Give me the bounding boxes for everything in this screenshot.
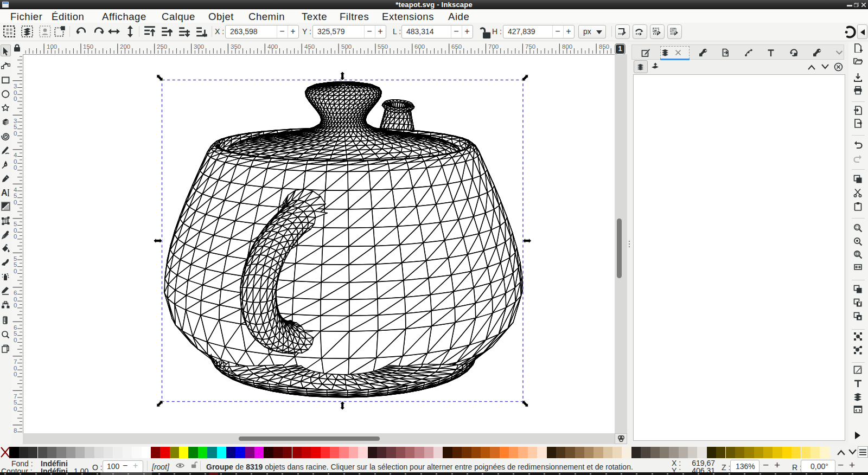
svg-text:5: 5 [14, 330, 17, 337]
svg-text:650: 650 [451, 43, 462, 50]
svg-text:5: 5 [14, 399, 17, 406]
svg-text:0: 0 [14, 164, 17, 171]
svg-text:550: 550 [378, 43, 388, 50]
svg-text:3: 3 [14, 83, 17, 89]
svg-text:0: 0 [14, 337, 17, 343]
svg-text:350: 350 [231, 43, 241, 50]
svg-text:450: 450 [304, 43, 315, 50]
svg-text:5: 5 [14, 124, 17, 130]
svg-text:850: 850 [599, 43, 609, 50]
svg-text:800: 800 [562, 43, 572, 50]
svg-text:5: 5 [14, 261, 17, 268]
svg-text:0: 0 [14, 268, 17, 274]
svg-text:0: 0 [14, 199, 17, 206]
svg-text:6: 6 [14, 290, 17, 296]
svg-text:600: 600 [414, 43, 425, 50]
svg-text:500: 500 [341, 43, 352, 50]
svg-text:4: 4 [14, 152, 17, 158]
svg-text:0: 0 [14, 95, 17, 102]
svg-text:700: 700 [488, 43, 499, 50]
svg-text:5: 5 [14, 192, 17, 199]
svg-text:400: 400 [267, 43, 278, 50]
svg-text:250: 250 [157, 43, 167, 50]
svg-text:0: 0 [14, 371, 17, 377]
svg-text:7: 7 [14, 358, 17, 365]
svg-text:100: 100 [47, 43, 57, 50]
svg-text:A: A [1, 188, 8, 197]
svg-text:150: 150 [83, 43, 93, 50]
svg-text:0: 0 [14, 302, 17, 309]
svg-text:0: 0 [14, 233, 17, 240]
svg-text:8: 8 [14, 427, 17, 433]
svg-text:750: 750 [525, 43, 535, 50]
svg-text:5: 5 [14, 221, 17, 227]
svg-text:0: 0 [14, 406, 17, 412]
svg-text:0: 0 [14, 130, 17, 137]
svg-text:200: 200 [120, 43, 130, 50]
svg-text:300: 300 [194, 43, 204, 50]
